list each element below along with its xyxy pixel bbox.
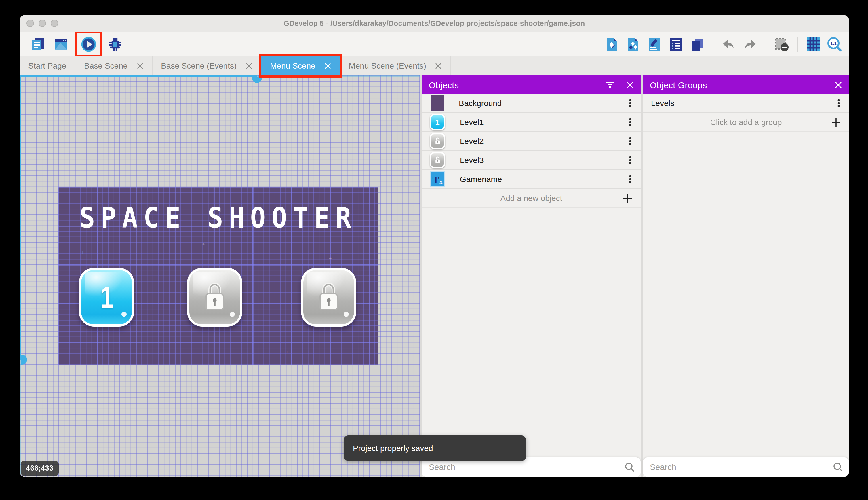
close-tab-icon[interactable] — [435, 62, 442, 69]
object-menu-kebab-icon[interactable] — [626, 156, 635, 165]
toolbar-separator — [765, 37, 766, 52]
group-menu-kebab-icon[interactable] — [834, 99, 843, 108]
instances-properties-icon[interactable] — [668, 37, 683, 52]
plus-icon — [623, 194, 633, 203]
text-object-thumbnail-icon: Tx — [430, 171, 445, 187]
scene-left-handle[interactable] — [21, 355, 27, 365]
gdevelop-window: GDevelop 5 - /Users/dkarakay/Documents/G… — [20, 15, 849, 477]
redo-icon[interactable] — [742, 37, 758, 52]
object-menu-kebab-icon[interactable] — [626, 117, 635, 127]
background-object-instance[interactable]: + + + + + SPACE SHOOTER 1 — [58, 186, 378, 365]
groups-search-bar — [643, 457, 849, 477]
objects-panel-empty-area — [422, 208, 641, 457]
objects-panel-header: Objects — [422, 76, 641, 94]
close-tab-icon[interactable] — [137, 62, 143, 69]
groups-panel-empty-area — [643, 132, 849, 457]
scene-editor-canvas[interactable]: + + + + + SPACE SHOOTER 1 — [20, 76, 420, 477]
main-toolbar: 1:1 — [20, 32, 849, 56]
new-window-icon[interactable] — [54, 37, 69, 52]
scene-left-border — [20, 76, 21, 360]
level1-thumbnail-icon: 1 — [430, 114, 445, 130]
tab-base-scene-events[interactable]: Base Scene (Events) — [152, 56, 261, 76]
toast-message: Project properly saved — [353, 444, 433, 453]
objects-editor-icon[interactable] — [605, 37, 619, 52]
lock-icon — [315, 281, 342, 314]
lock-icon — [201, 281, 228, 314]
project-manager-icon[interactable] — [31, 37, 46, 52]
objects-panel-title: Objects — [429, 80, 459, 90]
close-panel-icon[interactable] — [835, 81, 842, 88]
object-menu-kebab-icon[interactable] — [626, 137, 635, 146]
gamename-text-object[interactable]: SPACE SHOOTER — [68, 202, 368, 235]
object-row-background[interactable]: Background — [422, 94, 641, 113]
window-content: + + + + + SPACE SHOOTER 1 — [20, 76, 849, 477]
close-tab-icon[interactable] — [325, 62, 331, 69]
groups-search-input[interactable] — [643, 463, 849, 472]
screenshot-stage: GDevelop 5 - /Users/dkarakay/Documents/G… — [0, 0, 868, 500]
tab-label: Base Scene — [84, 61, 128, 70]
close-tab-icon[interactable] — [246, 62, 252, 69]
filter-icon[interactable] — [606, 81, 615, 88]
star-decoration: + — [329, 256, 332, 262]
toolbar-separator — [713, 37, 713, 52]
tab-menu-scene[interactable]: Menu Scene — [261, 56, 340, 76]
level1-button-object[interactable]: 1 — [79, 268, 134, 327]
group-row-levels[interactable]: Levels — [643, 94, 849, 113]
objects-search-input[interactable] — [422, 463, 641, 472]
scene-left-border-faint — [20, 360, 21, 477]
object-row-level3[interactable]: Level3 — [422, 151, 641, 170]
background-thumbnail-icon — [431, 95, 444, 111]
search-icon — [624, 462, 635, 472]
toggle-mask-icon[interactable] — [774, 37, 789, 52]
object-groups-panel: Object Groups Levels Click to add a grou… — [643, 76, 849, 477]
cursor-coordinates-badge: 466;433 — [21, 461, 58, 476]
level3-button-object[interactable] — [301, 268, 356, 327]
tab-start-page[interactable]: Start Page — [20, 56, 75, 76]
play-button-highlight — [81, 37, 96, 52]
star-decoration: + — [144, 345, 148, 351]
panel-separator[interactable] — [641, 76, 643, 477]
object-groups-editor-icon[interactable] — [626, 37, 641, 52]
panel-separator[interactable] — [420, 76, 422, 477]
tab-label: Start Page — [28, 61, 66, 70]
tab-label: Menu Scene — [270, 61, 315, 70]
add-new-object-button[interactable]: Add a new object — [422, 189, 641, 208]
object-groups-panel-title: Object Groups — [650, 80, 707, 90]
debug-icon[interactable] — [108, 37, 122, 52]
star-decoration: + — [285, 349, 289, 355]
play-icon[interactable] — [81, 37, 96, 52]
tab-label: Menu Scene (Events) — [349, 61, 426, 70]
editor-tab-bar: Start Page Base Scene Base Scene (Events… — [20, 56, 849, 76]
tab-label: Base Scene (Events) — [161, 61, 237, 70]
object-row-level2[interactable]: Level2 — [422, 132, 641, 151]
window-title: GDevelop 5 - /Users/dkarakay/Documents/G… — [20, 15, 849, 32]
level2-button-object[interactable] — [187, 268, 242, 327]
toolbar-separator — [797, 37, 798, 52]
add-group-button[interactable]: Click to add a group — [643, 113, 849, 132]
object-menu-kebab-icon[interactable] — [626, 99, 635, 108]
toggle-grid-icon[interactable] — [806, 37, 821, 52]
tab-menu-scene-events[interactable]: Menu Scene (Events) — [340, 56, 451, 76]
title-bar: GDevelop 5 - /Users/dkarakay/Documents/G… — [20, 15, 849, 32]
search-icon — [833, 462, 843, 472]
undo-icon[interactable] — [721, 37, 736, 52]
object-menu-kebab-icon[interactable] — [626, 174, 635, 184]
object-row-gamename[interactable]: Tx Gamename — [422, 170, 641, 189]
instances-list-icon[interactable] — [690, 37, 705, 52]
star-decoration: + — [202, 241, 205, 247]
level3-lock-thumbnail-icon — [430, 152, 445, 168]
level1-number: 1 — [100, 280, 113, 315]
level2-lock-thumbnail-icon — [430, 133, 445, 149]
edit-scene-properties-icon[interactable] — [647, 37, 662, 52]
tab-base-scene[interactable]: Base Scene — [75, 56, 152, 76]
zoom-original-icon[interactable]: 1:1 — [827, 37, 842, 52]
scene-top-handle[interactable] — [252, 77, 262, 83]
plus-icon — [831, 117, 841, 127]
close-panel-icon[interactable] — [626, 81, 634, 88]
objects-panel: Objects Background 1 Level1 — [422, 76, 641, 477]
scene-top-border — [20, 76, 257, 77]
object-row-level1[interactable]: 1 Level1 — [422, 113, 641, 132]
star-decoration: + — [81, 250, 84, 256]
svg-text:1:1: 1:1 — [830, 41, 837, 46]
save-toast: Project properly saved — [344, 435, 526, 461]
